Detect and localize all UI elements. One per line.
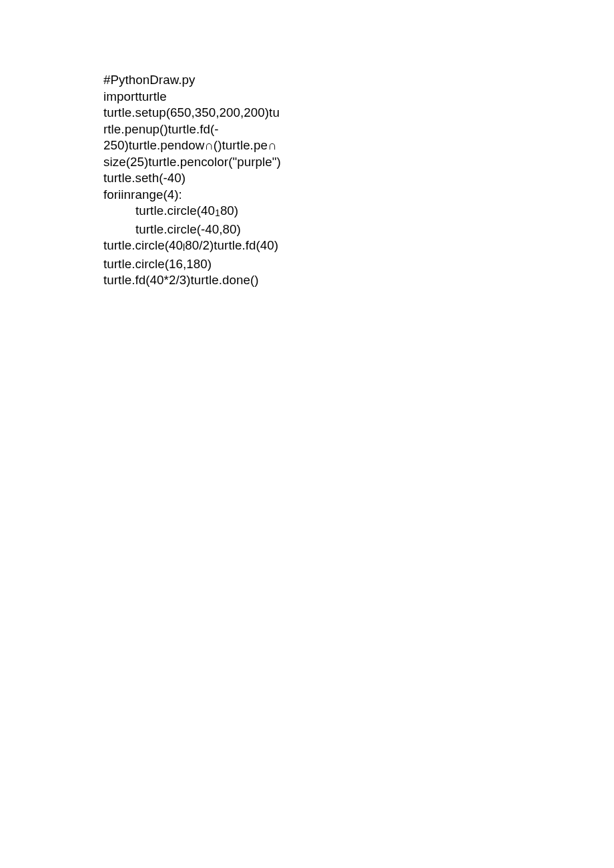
text-fragment: turtle.circle(40 (135, 203, 215, 218)
text-fragment: 80) (220, 203, 238, 218)
document-page: #PythonDraw.py importturtle turtle.setup… (0, 0, 614, 289)
text-fragment: 80/2)turtle.fd(40) (185, 238, 278, 252)
code-line: turtle.circle(-40,80) (103, 222, 307, 238)
code-line: turtle.circle(40l80/2)turtle.fd(40) (103, 238, 307, 256)
code-line: turtle.circle(16,180) (103, 256, 307, 273)
code-line: 250)turtle.pendow∩()turtle.pe∩ (103, 137, 307, 154)
code-line: turtle.circle(40180) (103, 203, 307, 222)
code-line: size(25)turtle.pencolor("purple") (103, 154, 307, 171)
code-line: rtle.penup()turtle.fd(- (103, 121, 307, 138)
code-line: turtle.setup(650,350,200,200)tu (103, 105, 307, 121)
code-line: turtle.fd(40*2/3)turtle.done() (103, 272, 307, 289)
text-fragment: 1 (215, 207, 220, 218)
code-line: turtle.seth(-40) (103, 170, 307, 187)
text-fragment: turtle.circle(40 (103, 238, 183, 252)
code-block: #PythonDraw.py importturtle turtle.setup… (103, 72, 307, 289)
code-line: #PythonDraw.py (103, 72, 307, 89)
code-line: foriinrange(4): (103, 187, 307, 203)
code-line: importturtle (103, 89, 307, 105)
